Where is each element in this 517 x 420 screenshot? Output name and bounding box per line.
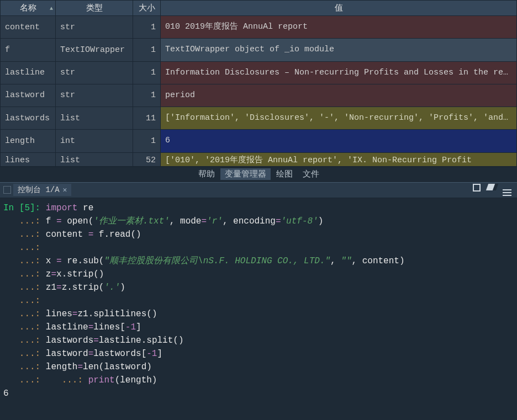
cell-type: str	[56, 84, 133, 107]
pane-tab-strip: 帮助变量管理器绘图文件	[0, 167, 517, 182]
cell-name: lines	[1, 152, 56, 166]
table-row[interactable]: lengthint16	[1, 130, 517, 152]
cell-size: 11	[133, 107, 161, 130]
cell-value: 010 2019年度报告 AnnuAl report	[161, 16, 517, 39]
table-row[interactable]: lastwordstr1period	[1, 84, 517, 107]
cell-name: content	[1, 16, 56, 39]
menu-icon[interactable]	[503, 184, 511, 196]
cell-size: 1	[133, 130, 161, 152]
table-header-row: 名称▲ 类型 大小 值	[1, 1, 517, 16]
cell-name: lastwords	[1, 107, 56, 130]
pane-tab[interactable]: 绘图	[272, 168, 297, 180]
cell-type: str	[56, 61, 133, 84]
table-row[interactable]: lastlinestr1Information Disclosures – No…	[1, 61, 517, 84]
cell-value: TextIOWrapper object of _io module	[161, 39, 517, 61]
console-titlebar: 控制台 1/A ✕	[0, 183, 517, 198]
cell-type: list	[56, 152, 133, 166]
stop-icon[interactable]	[473, 184, 481, 196]
cell-name: lastline	[1, 61, 56, 84]
clear-icon[interactable]	[487, 184, 496, 196]
table-row[interactable]: lastwordslist11['Information', 'Disclosu…	[1, 107, 517, 130]
cell-size: 1	[133, 61, 161, 84]
cell-size: 1	[133, 84, 161, 107]
cell-name: lastword	[1, 84, 56, 107]
pane-tab[interactable]: 变量管理器	[220, 168, 271, 180]
variable-explorer-table[interactable]: 名称▲ 类型 大小 值 contentstr1010 2019年度报告 Annu…	[0, 0, 517, 167]
console-tab[interactable]: 控制台 1/A ✕	[13, 184, 71, 196]
cell-size: 1	[133, 16, 161, 39]
console-panel: 控制台 1/A ✕ In [5]: import re ...: f = ope…	[0, 182, 517, 420]
table-row[interactable]: lineslist52['010', '2019年度报告 AnnuAl repo…	[1, 152, 517, 166]
table-row[interactable]: fTextIOWrapper1TextIOWrapper object of _…	[1, 39, 517, 61]
column-header-name[interactable]: 名称▲	[1, 1, 56, 16]
cell-value: 6	[161, 130, 517, 152]
pane-tab[interactable]: 帮助	[194, 168, 219, 180]
cell-type: TextIOWrapper	[56, 39, 133, 61]
column-header-value[interactable]: 值	[161, 1, 517, 16]
cell-name: f	[1, 39, 56, 61]
cell-type: list	[56, 107, 133, 130]
cell-value: ['010', '2019年度报告 AnnuAl report', 'IX. N…	[161, 152, 517, 166]
cell-value: Information Disclosures – Non-recurring …	[161, 61, 517, 84]
cell-size: 1	[133, 39, 161, 61]
column-header-size[interactable]: 大小	[133, 1, 161, 16]
console-body[interactable]: In [5]: import re ...: f = open('作业一素材.t…	[0, 198, 517, 420]
console-tab-label: 控制台 1/A	[18, 185, 60, 195]
cell-name: length	[1, 130, 56, 152]
sort-arrow-icon: ▲	[50, 5, 53, 11]
cell-size: 52	[133, 152, 161, 166]
cell-value: period	[161, 84, 517, 107]
column-header-type[interactable]: 类型	[56, 1, 133, 16]
cell-value: ['Information', 'Disclosures', '-', 'Non…	[161, 107, 517, 130]
new-tab-icon[interactable]	[3, 186, 11, 194]
close-icon[interactable]: ✕	[63, 185, 67, 194]
cell-type: int	[56, 130, 133, 152]
cell-type: str	[56, 16, 133, 39]
pane-tab[interactable]: 文件	[298, 168, 324, 180]
table-row[interactable]: contentstr1010 2019年度报告 AnnuAl report	[1, 16, 517, 39]
console-toolbar	[473, 184, 517, 196]
